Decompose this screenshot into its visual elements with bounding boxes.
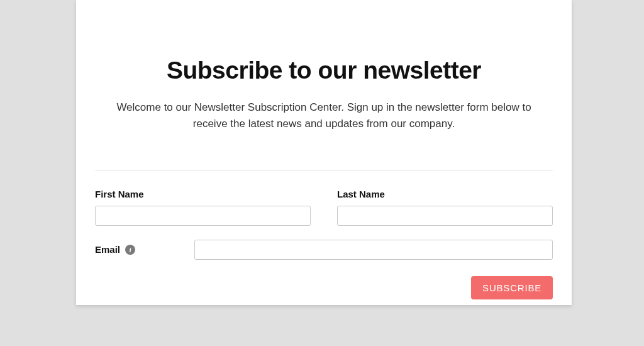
email-label: Email <box>95 244 120 255</box>
last-name-group: Last Name <box>337 189 553 226</box>
email-label-wrap: Email i <box>95 244 188 255</box>
subscribe-button[interactable]: SUBSCRIBE <box>471 276 553 299</box>
name-row: First Name Last Name <box>95 189 553 226</box>
divider <box>95 170 553 171</box>
first-name-input[interactable] <box>95 206 311 226</box>
last-name-input[interactable] <box>337 206 553 226</box>
first-name-label: First Name <box>95 189 311 199</box>
email-row: Email i <box>95 240 553 260</box>
subscription-panel: Subscribe to our newsletter Welcome to o… <box>76 0 572 305</box>
info-icon[interactable]: i <box>125 245 135 255</box>
last-name-label: Last Name <box>337 189 553 199</box>
email-input[interactable] <box>194 240 553 260</box>
first-name-group: First Name <box>95 189 311 226</box>
button-row: SUBSCRIBE <box>95 276 553 299</box>
content-area: Subscribe to our newsletter Welcome to o… <box>76 0 572 305</box>
page-title: Subscribe to our newsletter <box>95 57 553 84</box>
page-description: Welcome to our Newsletter Subscription C… <box>104 99 544 133</box>
